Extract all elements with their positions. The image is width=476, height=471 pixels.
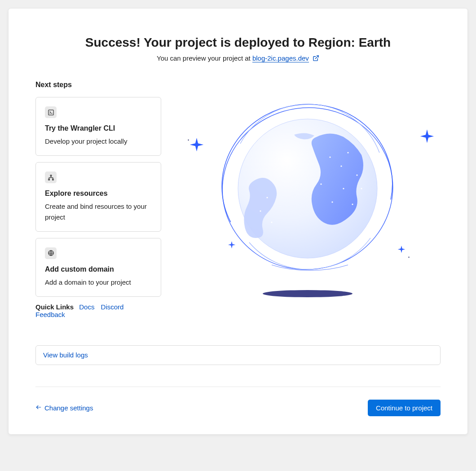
- svg-point-10: [329, 156, 331, 158]
- svg-point-17: [361, 188, 362, 189]
- card-custom-domain[interactable]: Add custom domain Add a domain to your p…: [35, 238, 161, 297]
- quick-link-docs[interactable]: Docs: [79, 303, 94, 311]
- footer-actions: Change settings Continue to project: [35, 400, 441, 416]
- quick-links-label: Quick Links: [35, 303, 74, 311]
- preview-subtitle: You can preview your project at blog-2ic…: [35, 54, 441, 63]
- svg-point-15: [331, 201, 333, 202]
- card-wrangler-cli[interactable]: Try the Wrangler CLI Develop your projec…: [35, 97, 161, 156]
- terminal-icon: [45, 106, 57, 118]
- card-title: Try the Wrangler CLI: [45, 124, 152, 132]
- sparkle-icon: ✦: [408, 255, 410, 259]
- card-desc: Create and bind resources to your projec…: [45, 201, 152, 222]
- quick-link-discord[interactable]: Discord: [101, 303, 124, 311]
- quick-links: Quick Links Docs Discord Feedback: [35, 303, 161, 318]
- preview-subtitle-prefix: You can preview your project at: [157, 54, 252, 62]
- next-steps-column: Next steps Try the Wrangler CLI Develop …: [35, 81, 161, 318]
- card-desc: Develop your project locally: [45, 136, 152, 146]
- svg-point-19: [266, 197, 268, 198]
- change-settings-link[interactable]: Change settings: [35, 404, 93, 412]
- quick-link-feedback[interactable]: Feedback: [35, 311, 65, 318]
- card-explore-resources[interactable]: Explore resources Create and bind resour…: [35, 162, 161, 232]
- external-link-icon: [313, 55, 319, 63]
- sparkle-icon: [227, 240, 236, 251]
- svg-point-14: [343, 188, 344, 189]
- view-build-logs-link[interactable]: View build logs: [43, 351, 88, 359]
- change-settings-label: Change settings: [44, 404, 93, 412]
- earth-globe-graphic: [182, 94, 433, 305]
- build-logs-panel[interactable]: View build logs: [35, 345, 441, 365]
- globe-icon: [45, 247, 57, 259]
- sparkle-icon: [397, 245, 406, 255]
- arrow-left-icon: [35, 404, 42, 412]
- globe-shadow: [263, 290, 353, 297]
- hero: Success! Your project is deployed to Reg…: [35, 35, 441, 63]
- page-title: Success! Your project is deployed to Reg…: [35, 35, 441, 50]
- svg-point-12: [347, 152, 348, 153]
- svg-point-21: [271, 221, 272, 223]
- globe-illustration: ✦ ✦: [175, 81, 441, 318]
- sparkle-icon: [419, 128, 435, 147]
- divider: [35, 387, 441, 387]
- svg-point-11: [340, 165, 342, 167]
- deploy-success-page: Success! Your project is deployed to Reg…: [8, 8, 468, 435]
- card-title: Add custom domain: [45, 265, 152, 273]
- svg-point-18: [320, 183, 322, 185]
- svg-line-0: [315, 56, 318, 59]
- sitemap-icon: [45, 172, 57, 183]
- sparkle-icon: [189, 136, 205, 155]
- continue-to-project-button[interactable]: Continue to project: [368, 400, 441, 416]
- card-desc: Add a domain to your project: [45, 277, 152, 287]
- svg-point-20: [260, 210, 261, 211]
- card-title: Explore resources: [45, 189, 152, 198]
- svg-point-13: [356, 174, 357, 176]
- next-steps-heading: Next steps: [35, 81, 161, 89]
- preview-url-link[interactable]: blog-2ic.pages.dev: [252, 54, 309, 62]
- svg-point-16: [352, 203, 353, 205]
